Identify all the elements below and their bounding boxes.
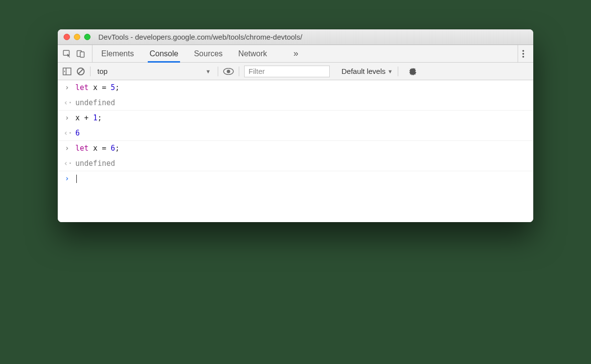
code-text: undefined	[75, 158, 115, 169]
close-icon[interactable]	[64, 34, 70, 40]
svg-point-5	[523, 56, 524, 58]
svg-point-3	[523, 50, 524, 52]
code-text: undefined	[75, 97, 115, 109]
log-levels-label: Default levels	[341, 67, 386, 75]
separator	[218, 67, 218, 76]
svg-point-4	[523, 53, 524, 55]
log-levels-select[interactable]: Default levels ▼	[341, 67, 393, 75]
output-marker-icon: ‹·	[64, 128, 70, 139]
device-toggle-icon[interactable]	[76, 49, 85, 58]
input-marker-icon: ›	[64, 143, 70, 154]
prompt-input[interactable]	[75, 173, 77, 184]
gear-icon[interactable]	[409, 67, 418, 76]
panel-tabs: Elements Console Sources Network »	[101, 45, 298, 62]
svg-line-9	[78, 69, 83, 74]
tab-elements[interactable]: Elements	[101, 45, 134, 62]
console-input-row: ›x + 1;	[58, 111, 533, 126]
inspect-icon[interactable]	[63, 49, 71, 58]
filter-input[interactable]	[244, 66, 330, 77]
console-output-row: ‹·6	[58, 126, 533, 141]
svg-point-11	[227, 69, 230, 73]
input-marker-icon: ›	[64, 82, 70, 93]
output-marker-icon: ‹·	[64, 97, 70, 109]
context-selector[interactable]: top ▼	[95, 67, 213, 75]
live-expression-icon[interactable]	[223, 68, 234, 75]
console-input-row: ›let x = 6;	[58, 141, 533, 156]
devtools-window: DevTools - developers.google.com/web/too…	[58, 29, 533, 222]
console-toolbar: top ▼ Default levels ▼	[58, 63, 533, 80]
code-text: let x = 6;	[75, 143, 119, 154]
zoom-icon[interactable]	[84, 34, 91, 40]
output-marker-icon: ‹·	[64, 158, 70, 169]
console-prompt-row[interactable]: ›	[58, 171, 533, 186]
console-output-row: ‹·undefined	[58, 156, 533, 172]
tab-network[interactable]: Network	[238, 45, 267, 62]
traffic-lights	[64, 34, 91, 40]
console-input-row: ›let x = 5;	[58, 80, 533, 95]
tab-sources[interactable]: Sources	[194, 45, 223, 62]
input-marker-icon: ›	[64, 113, 70, 124]
chevron-down-icon: ▼	[387, 68, 393, 74]
code-text: 6	[75, 128, 80, 139]
clear-console-icon[interactable]	[76, 67, 85, 76]
chevron-down-icon: ▼	[205, 68, 211, 74]
titlebar: DevTools - developers.google.com/web/too…	[58, 29, 533, 45]
separator	[239, 67, 239, 76]
tab-console[interactable]: Console	[150, 45, 179, 62]
console-output: ›let x = 5;‹·undefined›x + 1;‹·6›let x =…	[58, 80, 533, 222]
context-label: top	[97, 67, 108, 75]
code-text: x + 1;	[75, 113, 102, 124]
separator	[90, 67, 91, 76]
svg-rect-2	[80, 52, 84, 57]
prompt-marker-icon: ›	[64, 173, 70, 184]
console-output-row: ‹·undefined	[58, 95, 533, 111]
more-options-icon[interactable]	[518, 45, 528, 62]
minimize-icon[interactable]	[74, 34, 80, 40]
tabs-overflow-icon[interactable]: »	[294, 48, 298, 59]
sidebar-toggle-icon[interactable]	[63, 68, 71, 75]
code-text: let x = 5;	[75, 82, 119, 93]
tab-bar: Elements Console Sources Network »	[58, 45, 533, 63]
window-title: DevTools - developers.google.com/web/too…	[98, 33, 302, 41]
separator	[398, 67, 398, 76]
